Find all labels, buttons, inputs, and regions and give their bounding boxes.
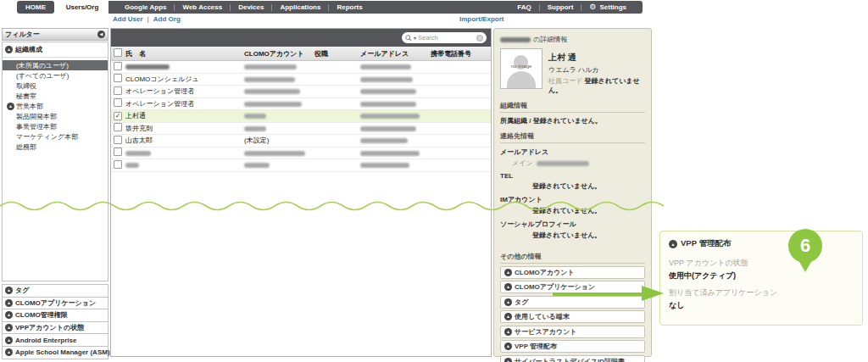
tab-home[interactable]: HOME (17, 1, 54, 14)
cell-email (360, 100, 431, 108)
redacted-email (360, 138, 408, 143)
nav-item-support[interactable]: Support (540, 3, 581, 11)
tab-users-org[interactable]: Users/Org (56, 1, 108, 14)
nav-item-google-apps[interactable]: Google Apps (117, 3, 174, 11)
table-row[interactable]: オペレーション管理者 (111, 86, 491, 98)
detail-accordion[interactable]: ▲CLOMOアカウント (500, 266, 645, 279)
search-dropdown-icon[interactable]: ▾ (414, 35, 416, 41)
table-row[interactable]: オペレーション管理者 (111, 98, 491, 111)
sidebar-item-org[interactable]: (すべてのユーザ) (3, 70, 108, 81)
sidebar-item-org[interactable]: ▲営業本部 (3, 101, 108, 111)
accordion-label: タグ (515, 298, 528, 307)
vpp-status-label: VPP アカウントの状態 (669, 258, 854, 269)
redacted-email (360, 151, 420, 156)
sidebar-section-filter[interactable]: ▲CLOMO管理権限 (3, 309, 108, 322)
org-section-header[interactable]: ▲ 組織構成 (3, 42, 108, 58)
table-row[interactable] (111, 61, 491, 74)
row-checkbox[interactable] (114, 62, 122, 70)
row-checkbox[interactable] (114, 123, 122, 131)
step-badge-number: 6 (788, 229, 822, 263)
cell-email (360, 125, 431, 132)
sidebar-item-org[interactable]: 総務部 (3, 142, 108, 152)
detail-accordion[interactable]: ▲使用している端末 (500, 310, 645, 323)
section-toggle-icon: ▲ (5, 287, 13, 294)
sidebar-item-org[interactable]: 製品開発本部 (3, 111, 108, 121)
sidebar-item-org[interactable]: マーケティング本部 (3, 131, 108, 142)
cell-account (244, 75, 314, 83)
assigned-apps-value: なし (669, 300, 854, 311)
row-checkbox[interactable] (114, 98, 122, 107)
no-image-label: no image (501, 64, 542, 69)
redacted-name (125, 163, 139, 168)
nav-item-applications[interactable]: Applications (272, 3, 328, 11)
nav-item-reports[interactable]: Reports (329, 3, 370, 11)
redacted-email (360, 163, 409, 168)
redacted-account (244, 89, 300, 94)
contact-section: 連絡先情報 (500, 131, 645, 143)
detail-accordion[interactable]: ▲CLOMOアプリケーション (500, 281, 645, 293)
row-checkbox[interactable] (114, 74, 122, 82)
vpp-callout-header[interactable]: ▲ VPP 管理配布 (669, 238, 854, 249)
sidebar-item-org[interactable]: 事業管理本部 (3, 121, 108, 131)
sidebar-section-filter[interactable]: ▲VPPアカウントの状態 (3, 322, 108, 335)
redacted-email (360, 126, 416, 131)
sidebar-section-filter[interactable]: ▲タグ (3, 285, 108, 298)
select-all-checkbox[interactable] (114, 48, 122, 57)
section-toggle-icon: ▲ (5, 324, 13, 331)
accordion-toggle-icon: ▲ (504, 283, 512, 291)
collapse-sidebar-icon[interactable]: ◀ (97, 31, 105, 38)
nav-item-faq[interactable]: FAQ (509, 3, 538, 11)
import-export-link[interactable]: Import/Export (459, 15, 504, 23)
search-placeholder: Search (418, 34, 475, 42)
redacted-account (244, 126, 266, 131)
table-column-header: 氏 名CLOMOアカウント役職メールアドレス携帯電話番号 (111, 47, 491, 61)
avatar: no image (500, 48, 542, 89)
add-org-link[interactable]: Add Org (153, 15, 181, 23)
search-icon (405, 35, 412, 42)
gear-icon: ⚙ (589, 3, 596, 11)
detail-accordion[interactable]: ▲VPP 管理配布 (500, 340, 645, 353)
detail-accordion[interactable]: ▲サイバートラストデバイスID証明書 (500, 355, 645, 362)
table-row[interactable] (111, 159, 491, 172)
search-clear-icon[interactable]: ✕ (476, 35, 483, 42)
add-user-link[interactable]: Add User (113, 15, 143, 23)
cell-name: 山吉太郎 (125, 136, 244, 145)
sidebar-item-org[interactable]: 秘書室 (3, 91, 108, 101)
cell-account (244, 125, 314, 132)
table-row[interactable]: 山吉太郎(未設定) (111, 135, 491, 148)
accordion-toggle-icon: ▲ (504, 313, 512, 320)
nav-item-web-access[interactable]: Web Access (175, 3, 230, 11)
table-row[interactable]: 坂井充則 (111, 123, 491, 136)
row-checkbox[interactable] (114, 148, 122, 156)
sidebar-section-filter[interactable]: ▲CLOMOアプリケーション (3, 298, 108, 310)
detail-header: の詳細情報 (500, 33, 645, 48)
row-checkbox[interactable]: ✓ (114, 112, 122, 120)
search-input[interactable]: ▾ Search ✕ (402, 32, 487, 43)
row-checkbox[interactable] (114, 136, 122, 144)
table-row[interactable]: CLOMOコンシェルジュ (111, 74, 491, 86)
accordion-toggle-icon: ▲ (504, 298, 512, 306)
sidebar-item-org[interactable]: (未所属のユーザ) (3, 60, 108, 70)
nav-item-settings[interactable]: ⚙ Settings (581, 3, 634, 11)
user-name: オペレーション管理者 (125, 100, 194, 108)
nav-item-devices[interactable]: Devices (231, 3, 271, 11)
row-checkbox-cell (111, 160, 125, 170)
top-navbar: HOME Users/Org Google AppsWeb AccessDevi… (17, 1, 643, 14)
org-item-label: 製品開発本部 (16, 113, 57, 120)
table-row[interactable]: ✓上村通 (111, 110, 491, 123)
detail-accordion[interactable]: ▲タグ (500, 296, 645, 309)
org-item-label: 営業本部 (16, 103, 43, 110)
column-header: 氏 名 (125, 49, 244, 58)
cell-name: CLOMOコンシェルジュ (125, 75, 244, 84)
sidebar-item-org[interactable]: 取締役 (3, 81, 108, 91)
accordion-toggle-icon: ▲ (504, 269, 512, 276)
org-info-value: 所属組織 / 登録されていません。 (500, 116, 645, 125)
row-checkbox[interactable] (114, 86, 122, 95)
detail-accordion[interactable]: ▲サービスアカウント (500, 326, 645, 338)
table-row[interactable] (111, 148, 491, 160)
user-detail-panel: の詳細情報 no image 上村 通 ウエムラ ハルカ 社員コード 登録されて… (493, 28, 652, 357)
accordion-label: CLOMOアカウント (515, 268, 575, 277)
sidebar-section-filter[interactable]: ▲Apple School Manager (ASM) (3, 347, 108, 359)
row-checkbox[interactable] (114, 160, 122, 169)
sidebar-section-filter[interactable]: ▲Android Enterprise (3, 334, 108, 347)
